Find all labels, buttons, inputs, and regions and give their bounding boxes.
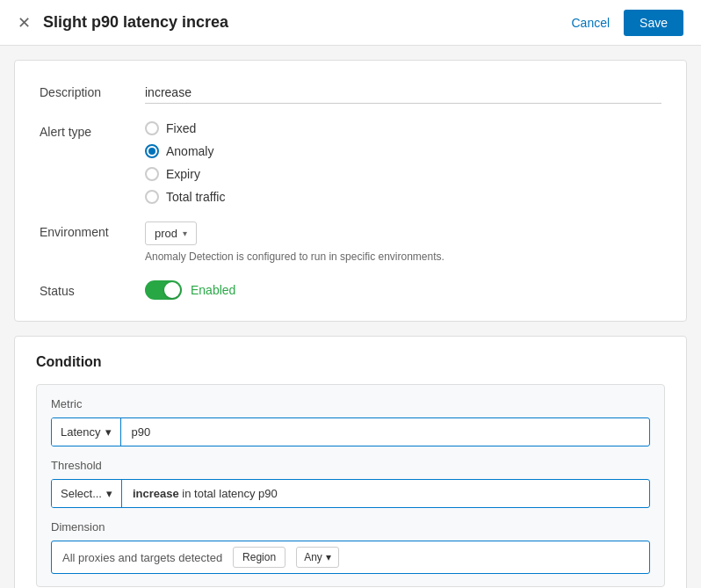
form-card: Description increase Alert type Fixed An… [14, 60, 687, 322]
radio-label-fixed: Fixed [166, 121, 196, 135]
status-toggle[interactable] [145, 280, 182, 300]
page-title: Slight p90 latency increa [43, 13, 560, 32]
metric-row: Latency ▾ p90 [51, 417, 650, 446]
radio-circle-total-traffic [145, 190, 159, 204]
description-content: increase [145, 82, 661, 104]
toggle-row: Enabled [145, 280, 661, 300]
dimension-any-chevron: ▾ [326, 551, 331, 563]
radio-circle-fixed [145, 121, 159, 135]
radio-label-total-traffic: Total traffic [166, 190, 225, 204]
status-label: Status [40, 280, 145, 298]
description-input[interactable]: increase [145, 82, 661, 104]
radio-label-anomaly: Anomaly [166, 144, 213, 158]
dimension-region-button[interactable]: Region [233, 547, 285, 568]
threshold-suffix-text: in total latency p90 [182, 487, 277, 500]
environment-dropdown-wrapper: prod ▾ [145, 221, 661, 245]
environment-row: Environment prod ▾ Anomaly Detection is … [40, 221, 661, 263]
status-row: Status Enabled [40, 280, 661, 300]
status-value: Enabled [191, 283, 235, 297]
dimension-field-label: Dimension [51, 520, 650, 534]
radio-circle-expiry [145, 167, 159, 181]
metric-value: p90 [121, 418, 649, 446]
environment-value: prod [155, 227, 177, 240]
metric-type-value: Latency [61, 425, 101, 439]
dimension-any-value: Any [304, 551, 322, 563]
environment-label: Environment [40, 221, 145, 239]
threshold-select-value: Select... [61, 487, 102, 500]
environment-dropdown[interactable]: prod ▾ [145, 221, 197, 245]
condition-card: Condition Metric Latency ▾ p90 Threshold… [14, 336, 687, 588]
metric-type-dropdown[interactable]: Latency ▾ [52, 418, 121, 446]
alert-type-row: Alert type Fixed Anomaly Expiry Total tr… [40, 121, 661, 204]
condition-title: Condition [36, 354, 665, 370]
radio-total-traffic[interactable]: Total traffic [145, 190, 661, 204]
alert-type-label: Alert type [40, 121, 145, 139]
save-button[interactable]: Save [624, 10, 683, 36]
threshold-prefix: increase [133, 487, 179, 500]
description-label: Description [40, 82, 145, 99]
threshold-text: increase in total latency p90 [122, 480, 288, 507]
dimension-any-dropdown[interactable]: Any ▾ [296, 547, 339, 568]
chevron-down-icon: ▾ [183, 229, 187, 238]
radio-expiry[interactable]: Expiry [145, 167, 661, 181]
environment-content: prod ▾ Anomaly Detection is configured t… [145, 221, 661, 263]
modal-header: ✕ Slight p90 latency increa Cancel Save [0, 0, 701, 46]
radio-anomaly[interactable]: Anomaly [145, 144, 661, 158]
radio-fixed[interactable]: Fixed [145, 121, 661, 135]
metric-box: Metric Latency ▾ p90 Threshold Select...… [36, 384, 665, 587]
threshold-row: Select... ▾ increase in total latency p9… [51, 479, 650, 508]
dimension-row: All proxies and targets detected Region … [51, 541, 650, 574]
dimension-text: All proxies and targets detected [62, 551, 222, 564]
status-content: Enabled [145, 280, 661, 300]
close-icon[interactable]: ✕ [18, 15, 31, 31]
alert-type-group: Fixed Anomaly Expiry Total traffic [145, 121, 661, 204]
description-row: Description increase [40, 82, 661, 104]
radio-circle-anomaly [145, 144, 159, 158]
radio-label-expiry: Expiry [166, 167, 200, 181]
cancel-button[interactable]: Cancel [560, 11, 620, 35]
environment-note: Anomaly Detection is configured to run i… [145, 250, 661, 263]
threshold-field-label: Threshold [51, 459, 650, 472]
metric-field-label: Metric [51, 397, 650, 410]
metric-chevron-icon: ▾ [105, 425, 112, 439]
threshold-select-dropdown[interactable]: Select... ▾ [52, 480, 122, 507]
threshold-chevron-icon: ▾ [106, 487, 112, 500]
